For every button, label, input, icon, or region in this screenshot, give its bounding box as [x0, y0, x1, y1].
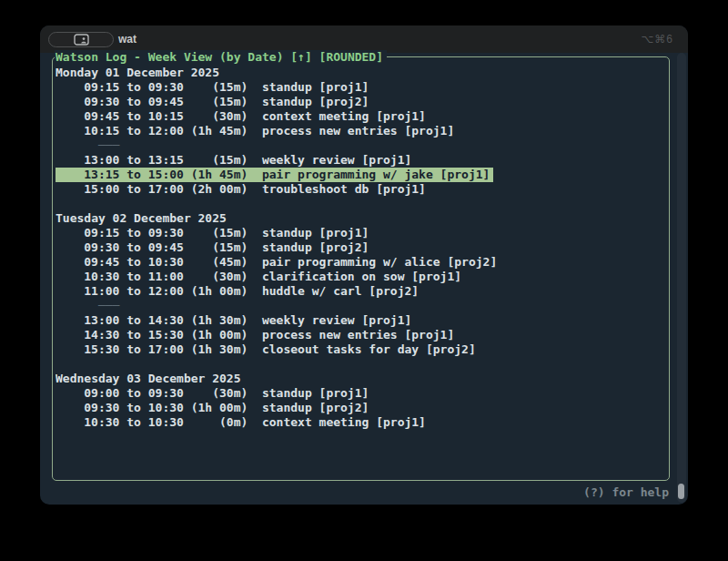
scrollbar-thumb[interactable] [678, 484, 684, 499]
entry-duration: (1h 30m) [184, 313, 248, 328]
log-entry[interactable]: 15:00 to 17:00(2h 00m)troubleshoot db [p… [56, 182, 668, 197]
day-header: Tuesday 02 December 2025 [56, 211, 668, 226]
entry-duration: (1h 30m) [184, 342, 248, 357]
entry-duration: (2h 00m) [184, 182, 248, 197]
entry-duration: (45m) [184, 255, 248, 270]
entry-duration: (15m) [184, 153, 248, 168]
entry-time-range: 14:30 to 15:30 [84, 328, 184, 342]
entry-description: standup [proj2] [262, 95, 369, 109]
entry-time-range: 15:30 to 17:00 [84, 342, 184, 357]
day-section: Tuesday 02 December 202509:15 to 09:30(1… [56, 211, 668, 357]
entry-time-range: 15:00 to 17:00 [84, 182, 184, 197]
log-entry[interactable]: 10:15 to 12:00(1h 45m)process new entrie… [56, 124, 668, 138]
entry-duration: (1h 45m) [184, 168, 248, 182]
entry-time-range: 09:30 to 10:30 [84, 401, 184, 415]
panel-title: Watson Log - Week View (by Date) [↑] [RO… [55, 50, 387, 65]
log-entry[interactable]: 09:45 to 10:30(45m)pair programming w/ a… [56, 255, 668, 270]
window-shortcut-badge: ⌥⌘6 [641, 33, 673, 46]
entry-time-range: 11:00 to 12:00 [84, 284, 184, 299]
entry-time-range: 09:45 to 10:30 [84, 255, 184, 270]
entry-description: standup [proj1] [262, 226, 369, 240]
terminal-window: wat ⌥⌘6 Watson Log - Week View (by Date)… [40, 26, 688, 505]
entry-description: standup [proj2] [262, 240, 369, 255]
entry-time-range: 13:15 to 15:00 [84, 168, 184, 182]
log-entry[interactable]: 13:00 to 14:30(1h 30m)weekly review [pro… [56, 313, 668, 328]
titlebar[interactable]: wat ⌥⌘6 [40, 26, 688, 53]
entry-duration: (30m) [184, 386, 248, 401]
entry-description: troubleshoot db [proj1] [262, 182, 426, 197]
entry-duration: (1h 45m) [184, 124, 248, 138]
entry-time-range: 09:30 to 09:45 [84, 95, 184, 109]
day-section: Monday 01 December 202509:15 to 09:30(15… [56, 66, 668, 197]
entry-duration: (15m) [184, 80, 248, 95]
entry-duration: (0m) [184, 415, 248, 430]
entry-duration: (30m) [184, 270, 248, 284]
log-entry[interactable]: 13:00 to 13:15(15m)weekly review [proj1] [56, 153, 668, 168]
entry-description: pair programming w/ alice [proj2] [262, 255, 497, 270]
entry-time-range: 13:00 to 13:15 [84, 153, 184, 168]
log-entry[interactable]: 10:30 to 10:30(0m)context meeting [proj1… [56, 415, 668, 430]
desktop-background: wat ⌥⌘6 Watson Log - Week View (by Date)… [0, 0, 728, 561]
entry-description: standup [proj2] [262, 401, 369, 415]
entry-description: weekly review [proj1] [262, 153, 411, 168]
entry-duration: (30m) [184, 109, 248, 124]
entry-time-range: 09:00 to 09:30 [84, 386, 184, 401]
week-view-panel: Watson Log - Week View (by Date) [↑] [RO… [52, 56, 670, 481]
entry-duration: (1h 00m) [184, 284, 248, 299]
gap-dash: ─── [98, 138, 119, 152]
entry-duration: (15m) [184, 226, 248, 240]
entry-description: process new entries [proj1] [262, 328, 454, 342]
day-header: Wednesday 03 December 2025 [56, 372, 668, 386]
log-entry[interactable]: 09:15 to 09:30(15m)standup [proj1] [56, 226, 668, 240]
gap-indicator: ─── [56, 299, 668, 313]
entry-time-range: 10:30 to 11:00 [84, 270, 184, 284]
log-entry[interactable]: 09:30 to 09:45(15m)standup [proj2] [56, 95, 668, 109]
entry-duration: (1h 00m) [184, 401, 248, 415]
day-section: Wednesday 03 December 202509:00 to 09:30… [56, 372, 668, 430]
tab-pill[interactable] [48, 32, 114, 47]
window-title: wat [118, 33, 136, 46]
entry-description: standup [proj1] [262, 80, 369, 95]
log-entry[interactable]: 09:15 to 09:30(15m)standup [proj1] [56, 80, 668, 95]
entry-description: context meeting [proj1] [262, 415, 426, 430]
log-entry-selected[interactable]: 13:15 to 15:00(1h 45m)pair programming w… [56, 168, 493, 182]
entry-description: context meeting [proj1] [262, 109, 426, 124]
gap-indicator: ─── [56, 138, 668, 153]
log-entry[interactable]: 11:00 to 12:00(1h 00m)huddle w/ carl [pr… [56, 284, 668, 299]
entry-description: clarification on sow [proj1] [262, 270, 461, 284]
entry-description: pair programming w/ jake [proj1] [262, 168, 490, 182]
entry-time-range: 09:15 to 09:30 [84, 80, 184, 95]
entry-description: process new entries [proj1] [262, 124, 454, 138]
terminal-window-icon [74, 34, 89, 46]
log-entry[interactable]: 09:45 to 10:15(30m)context meeting [proj… [56, 109, 668, 124]
entry-duration: (15m) [184, 240, 248, 255]
help-hint: (?) for help [583, 485, 669, 500]
entry-time-range: 09:30 to 09:45 [84, 240, 184, 255]
log-content: Monday 01 December 202509:15 to 09:30(15… [56, 66, 668, 479]
gap-dash: ─── [98, 299, 119, 312]
log-entry[interactable]: 15:30 to 17:00(1h 30m)closeout tasks for… [56, 342, 668, 357]
entry-description: closeout tasks for day [proj2] [262, 342, 476, 357]
entry-description: standup [proj1] [262, 386, 369, 401]
entry-time-range: 10:30 to 10:30 [84, 415, 184, 430]
entry-time-range: 09:15 to 09:30 [84, 226, 184, 240]
log-entry[interactable]: 10:30 to 11:00(30m)clarification on sow … [56, 270, 668, 284]
entry-description: weekly review [proj1] [262, 313, 411, 328]
entry-duration: (15m) [184, 95, 248, 109]
entry-time-range: 09:45 to 10:15 [84, 109, 184, 124]
day-header: Monday 01 December 2025 [56, 66, 668, 80]
entry-description: huddle w/ carl [proj2] [262, 284, 419, 299]
entry-time-range: 10:15 to 12:00 [84, 124, 184, 138]
entry-time-range: 13:00 to 14:30 [84, 313, 184, 328]
log-entry[interactable]: 09:30 to 09:45(15m)standup [proj2] [56, 240, 668, 255]
scrollbar-track[interactable] [677, 53, 686, 503]
entry-duration: (1h 00m) [184, 328, 248, 342]
log-entry[interactable]: 09:00 to 09:30(30m)standup [proj1] [56, 386, 668, 401]
terminal-screen: Watson Log - Week View (by Date) [↑] [RO… [40, 53, 688, 505]
log-entry[interactable]: 14:30 to 15:30(1h 00m)process new entrie… [56, 328, 668, 342]
log-entry[interactable]: 09:30 to 10:30(1h 00m)standup [proj2] [56, 401, 668, 415]
